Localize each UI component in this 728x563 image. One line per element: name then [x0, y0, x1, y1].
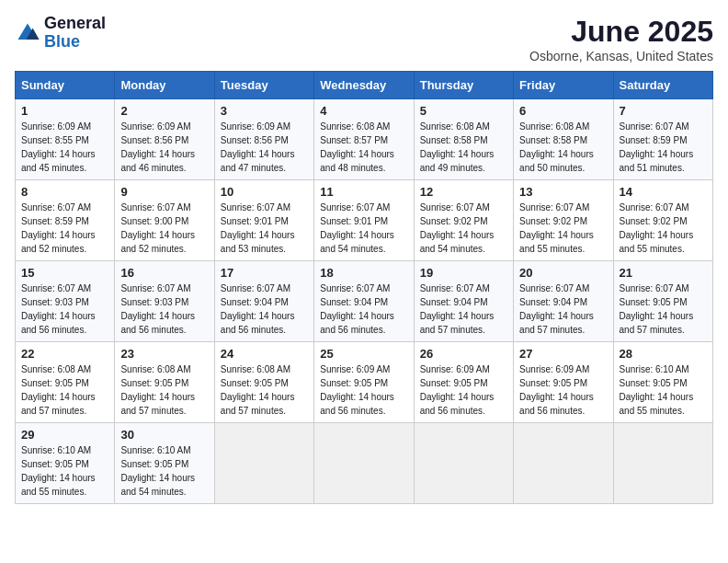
calendar-day-cell: 12Sunrise: 6:07 AMSunset: 9:02 PMDayligh…: [414, 180, 513, 261]
day-number: 28: [620, 347, 707, 361]
title-block: June 2025 Osborne, Kansas, United States: [529, 15, 713, 63]
day-sun-info: Sunrise: 6:10 AMSunset: 9:05 PMDaylight:…: [120, 443, 208, 499]
calendar-week-row: 1Sunrise: 6:09 AMSunset: 8:55 PMDaylight…: [16, 99, 713, 180]
day-number: 26: [420, 347, 507, 361]
day-sun-info: Sunrise: 6:08 AMSunset: 9:05 PMDaylight:…: [221, 362, 308, 418]
day-sun-info: Sunrise: 6:08 AMSunset: 9:05 PMDaylight:…: [21, 362, 108, 418]
day-sun-info: Sunrise: 6:10 AMSunset: 9:05 PMDaylight:…: [21, 443, 108, 499]
day-number: 14: [620, 185, 707, 199]
calendar-day-cell: 22Sunrise: 6:08 AMSunset: 9:05 PMDayligh…: [16, 342, 115, 423]
day-number: 27: [519, 347, 607, 361]
day-number: 22: [21, 347, 108, 361]
day-number: 9: [120, 185, 208, 199]
day-sun-info: Sunrise: 6:09 AMSunset: 8:56 PMDaylight:…: [221, 120, 308, 175]
day-sun-info: Sunrise: 6:07 AMSunset: 9:03 PMDaylight:…: [120, 282, 208, 337]
day-number: 16: [120, 266, 208, 280]
calendar-day-cell: 20Sunrise: 6:07 AMSunset: 9:04 PMDayligh…: [514, 261, 613, 342]
calendar-day-cell: 3Sunrise: 6:09 AMSunset: 8:56 PMDaylight…: [214, 99, 313, 180]
day-number: 23: [120, 347, 208, 361]
calendar-day-cell: 27Sunrise: 6:09 AMSunset: 9:05 PMDayligh…: [514, 342, 613, 423]
calendar-week-row: 29Sunrise: 6:10 AMSunset: 9:05 PMDayligh…: [16, 423, 713, 504]
day-sun-info: Sunrise: 6:08 AMSunset: 8:58 PMDaylight:…: [519, 120, 607, 175]
page-header: General Blue June 2025 Osborne, Kansas, …: [15, 15, 713, 63]
calendar-day-cell: 7Sunrise: 6:07 AMSunset: 8:59 PMDaylight…: [613, 99, 712, 180]
calendar-day-cell: 19Sunrise: 6:07 AMSunset: 9:04 PMDayligh…: [414, 261, 513, 342]
day-number: 4: [320, 104, 407, 118]
day-sun-info: Sunrise: 6:09 AMSunset: 8:55 PMDaylight:…: [21, 120, 108, 175]
calendar-week-row: 15Sunrise: 6:07 AMSunset: 9:03 PMDayligh…: [16, 261, 713, 342]
day-sun-info: Sunrise: 6:07 AMSunset: 9:01 PMDaylight:…: [320, 201, 407, 256]
day-number: 1: [21, 104, 108, 118]
day-sun-info: Sunrise: 6:08 AMSunset: 8:57 PMDaylight:…: [320, 120, 407, 175]
weekday-header: Saturday: [613, 72, 712, 99]
logo-text-blue: Blue: [44, 33, 106, 52]
day-number: 15: [21, 266, 108, 280]
day-number: 11: [320, 185, 407, 199]
calendar-week-row: 22Sunrise: 6:08 AMSunset: 9:05 PMDayligh…: [16, 342, 713, 423]
day-sun-info: Sunrise: 6:07 AMSunset: 9:04 PMDaylight:…: [420, 282, 507, 337]
day-sun-info: Sunrise: 6:07 AMSunset: 9:03 PMDaylight:…: [21, 282, 108, 337]
calendar-day-cell: 5Sunrise: 6:08 AMSunset: 8:58 PMDaylight…: [414, 99, 513, 180]
calendar-day-cell: 17Sunrise: 6:07 AMSunset: 9:04 PMDayligh…: [214, 261, 313, 342]
calendar-day-cell: 4Sunrise: 6:08 AMSunset: 8:57 PMDaylight…: [314, 99, 414, 180]
calendar-day-cell: 15Sunrise: 6:07 AMSunset: 9:03 PMDayligh…: [16, 261, 115, 342]
calendar-day-cell: 11Sunrise: 6:07 AMSunset: 9:01 PMDayligh…: [314, 180, 414, 261]
month-title: June 2025: [529, 15, 713, 49]
day-number: 10: [221, 185, 308, 199]
calendar-day-cell: 14Sunrise: 6:07 AMSunset: 9:02 PMDayligh…: [613, 180, 712, 261]
day-sun-info: Sunrise: 6:07 AMSunset: 9:01 PMDaylight:…: [221, 201, 308, 256]
calendar-day-cell: 6Sunrise: 6:08 AMSunset: 8:58 PMDaylight…: [514, 99, 613, 180]
logo-icon: [15, 20, 40, 46]
day-number: 21: [620, 266, 707, 280]
day-number: 5: [420, 104, 507, 118]
calendar-day-cell: 21Sunrise: 6:07 AMSunset: 9:05 PMDayligh…: [613, 261, 712, 342]
day-sun-info: Sunrise: 6:09 AMSunset: 9:05 PMDaylight:…: [320, 362, 407, 418]
day-number: 12: [420, 185, 507, 199]
day-number: 6: [519, 104, 607, 118]
weekday-header: Sunday: [16, 72, 115, 99]
calendar-day-cell: 28Sunrise: 6:10 AMSunset: 9:05 PMDayligh…: [613, 342, 712, 423]
calendar-day-cell: 10Sunrise: 6:07 AMSunset: 9:01 PMDayligh…: [214, 180, 313, 261]
day-number: 2: [120, 104, 208, 118]
calendar-day-cell: 25Sunrise: 6:09 AMSunset: 9:05 PMDayligh…: [314, 342, 414, 423]
day-sun-info: Sunrise: 6:07 AMSunset: 9:04 PMDaylight:…: [221, 282, 308, 337]
day-sun-info: Sunrise: 6:10 AMSunset: 9:05 PMDaylight:…: [620, 362, 707, 418]
calendar-day-cell: 13Sunrise: 6:07 AMSunset: 9:02 PMDayligh…: [514, 180, 613, 261]
calendar-day-cell: 8Sunrise: 6:07 AMSunset: 8:59 PMDaylight…: [16, 180, 115, 261]
weekday-header: Friday: [514, 72, 613, 99]
day-number: 30: [120, 428, 208, 442]
day-sun-info: Sunrise: 6:07 AMSunset: 8:59 PMDaylight:…: [620, 120, 707, 175]
weekday-header: Wednesday: [314, 72, 414, 99]
day-number: 7: [620, 104, 707, 118]
day-sun-info: Sunrise: 6:07 AMSunset: 9:00 PMDaylight:…: [120, 201, 208, 256]
day-sun-info: Sunrise: 6:08 AMSunset: 9:05 PMDaylight:…: [120, 362, 208, 418]
day-number: 18: [320, 266, 407, 280]
day-sun-info: Sunrise: 6:09 AMSunset: 9:05 PMDaylight:…: [519, 362, 607, 418]
calendar-day-cell: 9Sunrise: 6:07 AMSunset: 9:00 PMDaylight…: [115, 180, 214, 261]
day-number: 19: [420, 266, 507, 280]
calendar-day-cell: [414, 423, 513, 504]
day-sun-info: Sunrise: 6:08 AMSunset: 8:58 PMDaylight:…: [420, 120, 507, 175]
day-number: 20: [519, 266, 607, 280]
calendar-day-cell: 2Sunrise: 6:09 AMSunset: 8:56 PMDaylight…: [115, 99, 214, 180]
location-text: Osborne, Kansas, United States: [529, 49, 713, 63]
calendar-day-cell: 24Sunrise: 6:08 AMSunset: 9:05 PMDayligh…: [214, 342, 313, 423]
calendar-day-cell: [613, 423, 712, 504]
day-number: 17: [221, 266, 308, 280]
day-number: 24: [221, 347, 308, 361]
day-number: 3: [221, 104, 308, 118]
day-sun-info: Sunrise: 6:07 AMSunset: 9:02 PMDaylight:…: [519, 201, 607, 256]
calendar-day-cell: [314, 423, 414, 504]
day-number: 29: [21, 428, 108, 442]
calendar-day-cell: 29Sunrise: 6:10 AMSunset: 9:05 PMDayligh…: [16, 423, 115, 504]
day-sun-info: Sunrise: 6:07 AMSunset: 9:02 PMDaylight:…: [620, 201, 707, 256]
calendar-day-cell: [514, 423, 613, 504]
day-sun-info: Sunrise: 6:07 AMSunset: 9:04 PMDaylight:…: [519, 282, 607, 337]
logo: General Blue: [15, 15, 106, 52]
calendar-day-cell: 16Sunrise: 6:07 AMSunset: 9:03 PMDayligh…: [115, 261, 214, 342]
day-sun-info: Sunrise: 6:09 AMSunset: 8:56 PMDaylight:…: [120, 120, 208, 175]
weekday-header: Monday: [115, 72, 214, 99]
day-sun-info: Sunrise: 6:09 AMSunset: 9:05 PMDaylight:…: [420, 362, 507, 418]
logo-text-general: General: [44, 15, 106, 33]
calendar-day-cell: 18Sunrise: 6:07 AMSunset: 9:04 PMDayligh…: [314, 261, 414, 342]
